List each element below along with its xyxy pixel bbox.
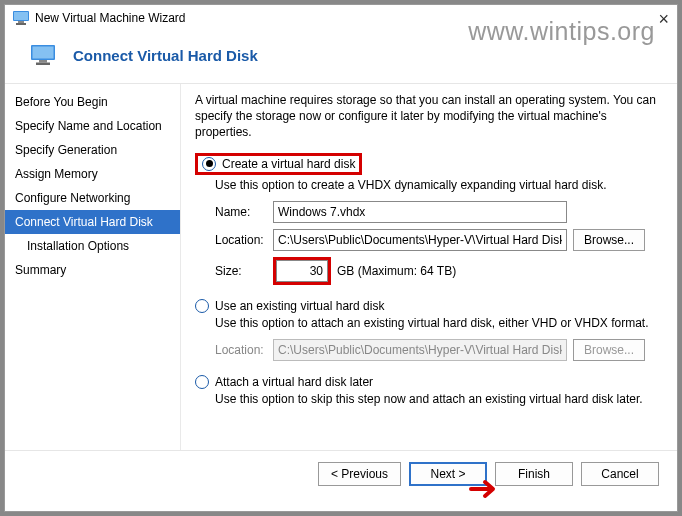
wizard-header: Connect Virtual Hard Disk [5, 31, 677, 84]
radio-use-existing[interactable] [195, 299, 209, 313]
sidebar-item-assign-memory[interactable]: Assign Memory [5, 162, 180, 186]
location-input[interactable] [273, 229, 567, 251]
size-suffix: GB (Maximum: 64 TB) [337, 264, 456, 278]
location2-label: Location: [215, 343, 273, 357]
footer: < Previous Next > Finish Cancel [5, 450, 677, 496]
cancel-button[interactable]: Cancel [581, 462, 659, 486]
radio-create-vhd[interactable] [202, 157, 216, 171]
radio-use-existing-label: Use an existing virtual hard disk [215, 299, 384, 313]
close-icon[interactable]: × [658, 9, 669, 30]
svg-rect-6 [39, 60, 47, 63]
monitor-icon [31, 45, 55, 65]
next-button[interactable]: Next > [409, 462, 487, 486]
svg-rect-3 [16, 23, 26, 25]
titlebar: New Virtual Machine Wizard × [5, 5, 677, 31]
intro-text: A virtual machine requires storage so th… [195, 92, 659, 141]
opt3-desc: Use this option to skip this step now an… [215, 391, 659, 407]
location-label: Location: [215, 233, 273, 247]
wizard-dialog: www.wintips.org New Virtual Machine Wiza… [4, 4, 678, 512]
name-input[interactable] [273, 201, 567, 223]
location2-input [273, 339, 567, 361]
sidebar-item-before-you-begin[interactable]: Before You Begin [5, 90, 180, 114]
sidebar-item-configure-networking[interactable]: Configure Networking [5, 186, 180, 210]
sidebar-item-installation-options[interactable]: Installation Options [5, 234, 180, 258]
radio-attach-later[interactable] [195, 375, 209, 389]
radio-attach-later-label: Attach a virtual hard disk later [215, 375, 373, 389]
sidebar-item-specify-generation[interactable]: Specify Generation [5, 138, 180, 162]
radio-create-vhd-label: Create a virtual hard disk [222, 157, 355, 171]
sidebar-item-connect-vhd[interactable]: Connect Virtual Hard Disk [5, 210, 180, 234]
size-label: Size: [215, 264, 273, 278]
opt2-desc: Use this option to attach an existing vi… [215, 315, 659, 331]
sidebar-item-summary[interactable]: Summary [5, 258, 180, 282]
finish-button[interactable]: Finish [495, 462, 573, 486]
size-input[interactable] [276, 260, 328, 282]
sidebar-item-specify-name[interactable]: Specify Name and Location [5, 114, 180, 138]
previous-button[interactable]: < Previous [318, 462, 401, 486]
sidebar: Before You Begin Specify Name and Locati… [5, 84, 181, 450]
app-icon [13, 11, 29, 25]
svg-rect-2 [18, 21, 24, 23]
svg-rect-1 [14, 12, 28, 20]
browse2-button: Browse... [573, 339, 645, 361]
window-title: New Virtual Machine Wizard [35, 11, 186, 25]
page-title: Connect Virtual Hard Disk [73, 47, 258, 64]
opt1-desc: Use this option to create a VHDX dynamic… [215, 177, 659, 193]
name-label: Name: [215, 205, 273, 219]
browse-button[interactable]: Browse... [573, 229, 645, 251]
svg-rect-7 [36, 63, 50, 66]
main-panel: A virtual machine requires storage so th… [181, 84, 677, 450]
svg-rect-5 [33, 47, 54, 59]
